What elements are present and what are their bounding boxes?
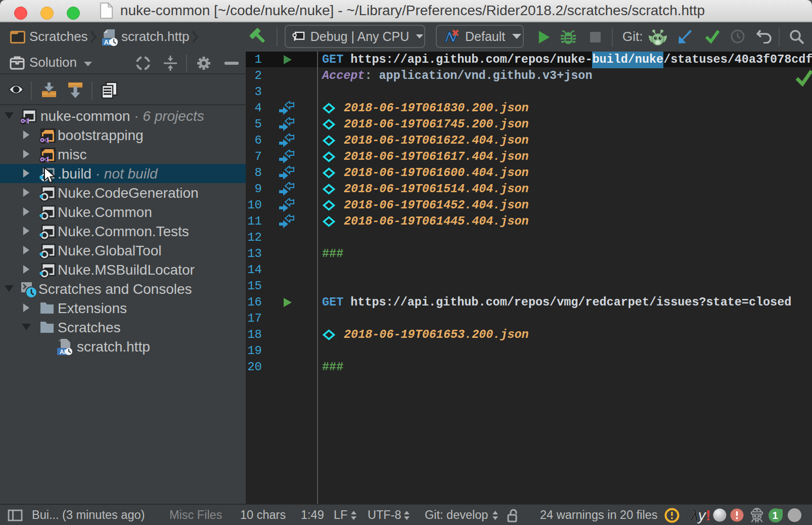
svg-text:AI: AI [104,38,111,46]
svg-text:AI: AI [60,348,66,356]
svg-text:1: 1 [772,509,778,521]
